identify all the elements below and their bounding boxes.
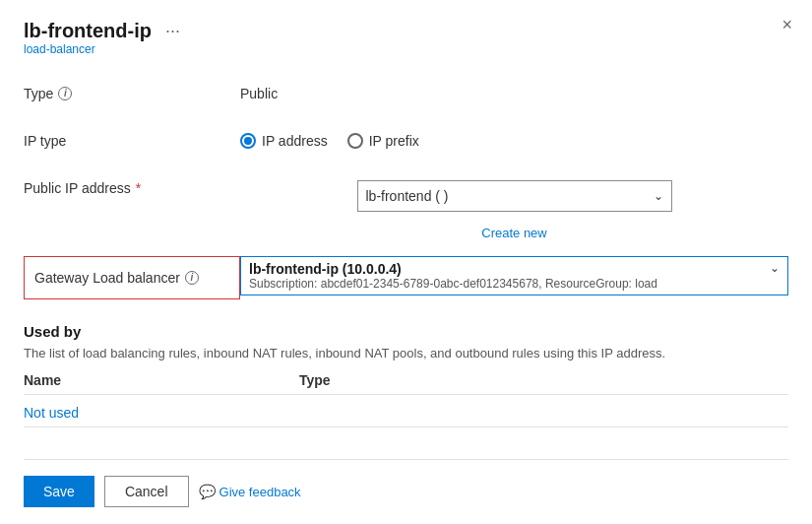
ip-type-value: IP address IP prefix (240, 127, 788, 149)
used-by-section: Used by The list of load balancing rules… (24, 323, 788, 427)
ip-prefix-radio[interactable] (347, 133, 363, 149)
give-feedback-link[interactable]: 💬 Give feedback (199, 484, 301, 499)
ip-type-label: IP type (24, 127, 240, 149)
public-ip-required: * (136, 180, 141, 196)
ip-address-label: IP address (262, 133, 328, 149)
table-cell-type (299, 405, 788, 421)
panel-title: lb-frontend-ip (24, 20, 152, 42)
type-info-icon[interactable]: i (58, 87, 72, 100)
table-header: Name Type (24, 372, 788, 395)
ip-type-row: IP type IP address IP prefix (24, 127, 788, 159)
public-ip-row: Public IP address * lb-frontend ( ) ⌄ Cr… (24, 174, 788, 240)
ip-address-option[interactable]: IP address (240, 133, 328, 149)
type-row: Type i Public (24, 80, 788, 111)
gateway-dropdown-inner: lb-frontend-ip (10.0.0.4) Subscription: … (241, 257, 787, 295)
gateway-dropdown-arrow: ⌄ (770, 261, 780, 275)
feedback-label: Give feedback (219, 485, 301, 499)
gateway-selected-sub: Subscription: abcdef01-2345-6789-0abc-de… (249, 277, 657, 291)
col-header-type: Type (299, 372, 788, 388)
gateway-info-icon[interactable]: i (185, 271, 199, 285)
used-by-title: Used by (24, 323, 788, 340)
form-section: Type i Public IP type IP address (24, 80, 788, 315)
close-button[interactable]: × (781, 16, 792, 33)
panel-more-button[interactable]: ··· (165, 21, 180, 41)
create-new-link[interactable]: Create new (481, 226, 546, 240)
ip-address-radio[interactable] (240, 133, 256, 149)
type-value: Public (240, 80, 788, 101)
gateway-dropdown[interactable]: lb-frontend-ip (10.0.0.4) Subscription: … (240, 256, 788, 295)
panel: lb-frontend-ip ··· load-balancer × Type … (0, 0, 812, 524)
panel-subtitle: load-balancer (24, 42, 180, 56)
footer: Save Cancel 💬 Give feedback (24, 459, 788, 507)
panel-header: lb-frontend-ip ··· load-balancer × (24, 20, 788, 76)
table-row: Not used (24, 399, 788, 427)
header-left: lb-frontend-ip ··· load-balancer (24, 20, 180, 76)
public-ip-dropdown-arrow: ⌄ (654, 189, 663, 203)
cancel-button[interactable]: Cancel (104, 476, 189, 507)
gateway-label: Gateway Load balancer i (24, 256, 240, 299)
ip-type-radio-group: IP address IP prefix (240, 133, 419, 149)
gateway-row: Gateway Load balancer i lb-frontend-ip (… (24, 256, 788, 299)
public-ip-label: Public IP address * (24, 174, 240, 196)
gateway-selected-text: lb-frontend-ip (10.0.0.4) Subscription: … (249, 261, 657, 291)
title-row: lb-frontend-ip ··· (24, 20, 180, 42)
feedback-icon: 💬 (199, 484, 216, 499)
public-ip-value: lb-frontend ( ) ⌄ Create new (240, 174, 788, 240)
used-by-description: The list of load balancing rules, inboun… (24, 346, 788, 360)
type-label: Type i (24, 80, 240, 101)
save-button[interactable]: Save (24, 476, 94, 507)
public-ip-dropdown-text: lb-frontend ( ) (366, 188, 449, 204)
ip-prefix-option[interactable]: IP prefix (347, 133, 419, 149)
col-header-name: Name (24, 372, 299, 388)
table-cell-name: Not used (24, 405, 299, 421)
ip-prefix-label: IP prefix (369, 133, 419, 149)
gateway-selected-title: lb-frontend-ip (10.0.0.4) (249, 261, 657, 277)
public-ip-dropdown[interactable]: lb-frontend ( ) ⌄ (357, 180, 672, 212)
